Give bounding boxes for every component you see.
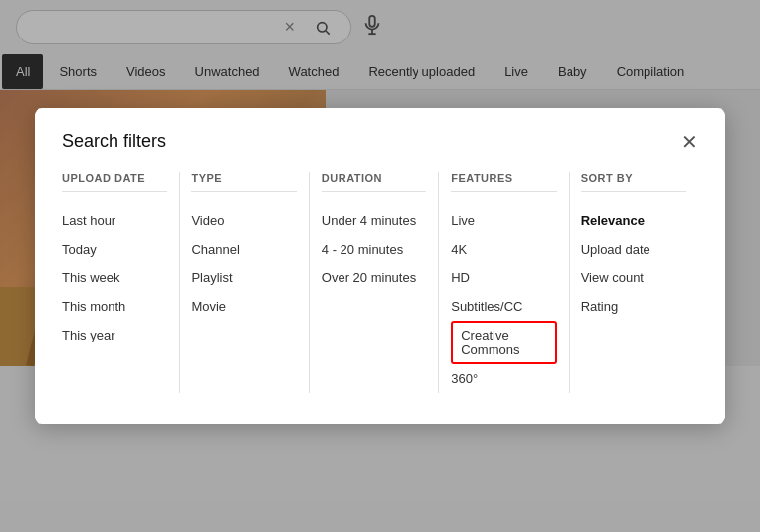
filter-relevance[interactable]: Relevance xyxy=(581,206,686,235)
sort-by-header: SORT BY xyxy=(581,172,686,192)
filter-this-month[interactable]: This month xyxy=(62,292,167,321)
type-column: TYPE Video Channel Playlist Movie xyxy=(191,172,308,393)
features-header: FEATURES xyxy=(451,172,556,192)
filter-upload-date[interactable]: Upload date xyxy=(581,235,686,264)
modal-close-button[interactable]: ✕ xyxy=(681,132,698,152)
filter-hd[interactable]: HD xyxy=(451,264,556,292)
filter-4k[interactable]: 4K xyxy=(451,235,556,264)
filter-movie[interactable]: Movie xyxy=(191,292,296,321)
filter-last-hour[interactable]: Last hour xyxy=(62,206,167,235)
modal-overlay: Search filters ✕ UPLOAD DATE Last hour T… xyxy=(0,0,760,532)
filter-playlist[interactable]: Playlist xyxy=(191,264,296,292)
divider-3 xyxy=(438,172,439,393)
divider-1 xyxy=(179,172,180,393)
search-filters-modal: Search filters ✕ UPLOAD DATE Last hour T… xyxy=(35,108,725,424)
modal-title: Search filters xyxy=(62,131,166,152)
filter-over-20[interactable]: Over 20 minutes xyxy=(322,264,426,292)
filter-360[interactable]: 360° xyxy=(451,364,556,393)
type-header: TYPE xyxy=(191,172,296,192)
filter-this-week[interactable]: This week xyxy=(62,264,167,292)
duration-column: DURATION Under 4 minutes 4 - 20 minutes … xyxy=(322,172,438,393)
modal-columns: UPLOAD DATE Last hour Today This week Th… xyxy=(62,172,698,393)
filter-creative-commons[interactable]: Creative Commons xyxy=(451,321,556,364)
filter-channel[interactable]: Channel xyxy=(191,235,296,264)
filter-this-year[interactable]: This year xyxy=(62,321,167,349)
upload-date-header: UPLOAD DATE xyxy=(62,172,167,192)
filter-rating[interactable]: Rating xyxy=(581,292,686,321)
filter-subtitles[interactable]: Subtitles/CC xyxy=(451,292,556,321)
filter-video[interactable]: Video xyxy=(191,206,296,235)
modal-header: Search filters ✕ xyxy=(62,131,698,152)
filter-4-20[interactable]: 4 - 20 minutes xyxy=(322,235,426,264)
divider-2 xyxy=(309,172,310,393)
filter-under-4[interactable]: Under 4 minutes xyxy=(322,206,426,235)
sort-by-column: SORT BY Relevance Upload date View count… xyxy=(581,172,698,393)
duration-header: DURATION xyxy=(322,172,426,192)
features-column: FEATURES Live 4K HD Subtitles/CC Creativ… xyxy=(451,172,568,393)
divider-4 xyxy=(569,172,570,393)
filter-today[interactable]: Today xyxy=(62,235,167,264)
filter-view-count[interactable]: View count xyxy=(581,264,686,292)
filter-live[interactable]: Live xyxy=(451,206,556,235)
upload-date-column: UPLOAD DATE Last hour Today This week Th… xyxy=(62,172,179,393)
